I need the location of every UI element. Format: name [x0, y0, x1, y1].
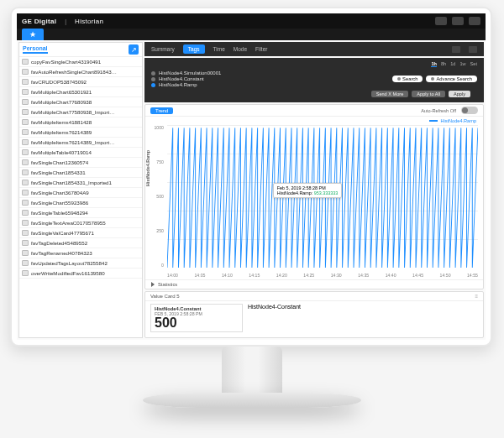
legend-swatch [429, 120, 438, 122]
query-tab-mode[interactable]: Mode [234, 46, 247, 52]
time-range-1w[interactable]: 1w [459, 61, 465, 67]
y-tick: 1000 [154, 125, 164, 130]
favorite-item[interactable]: favTagDeleted45489552 [19, 238, 142, 248]
favorite-item[interactable]: favSingleTable65948294 [19, 208, 142, 218]
value-card: Value Card 5 ≡ HistNode4.Constant FEB 5,… [144, 291, 484, 338]
favorite-item[interactable]: favMultipleItems41881428 [19, 117, 142, 128]
favorite-item-label: favTagRenamed40784323 [31, 250, 92, 256]
time-range-Set[interactable]: Set [470, 61, 477, 67]
favorites-list[interactable]: copyFavSingleChart43190491favAutoRefresh… [19, 57, 142, 337]
favorite-item-label: favUpdatedTagsLayout78255842 [31, 260, 108, 266]
chevron-right-icon [151, 282, 155, 287]
favorite-item-label: favSingleTable65948294 [31, 210, 88, 216]
y-tick: 750 [156, 159, 164, 164]
apply-button[interactable]: Apply [449, 91, 470, 97]
document-icon [22, 159, 29, 165]
x-tick: 14:10 [222, 273, 233, 278]
sub-titlebar [17, 29, 486, 40]
chart-tab-trend[interactable]: Trend [150, 107, 173, 114]
x-tick: 14:30 [331, 273, 342, 278]
time-range-1d[interactable]: 1d [450, 61, 455, 67]
time-range-pills: 1h8h1d1wSet [151, 61, 477, 67]
send-more-button[interactable]: Send X More [371, 91, 409, 97]
document-icon [22, 220, 29, 226]
tag-row[interactable]: HistNode4.Constant [151, 76, 221, 81]
value-card-tile[interactable]: HistNode4.Constant FEB 5, 2019 2:58:28 P… [150, 304, 243, 332]
favorite-item[interactable]: favMultipleItems76214389_Import… [19, 138, 142, 148]
query-tab-summary[interactable]: Summary [151, 46, 175, 52]
favorite-item[interactable]: favSingleValCard47795671 [19, 228, 142, 238]
document-icon [22, 190, 29, 196]
favorite-item-label: favMultipleChart77680938 [31, 99, 92, 105]
settings-icon[interactable] [452, 17, 464, 25]
favorite-item[interactable]: favTagRenamed40784323 [19, 248, 142, 258]
document-icon [22, 240, 29, 246]
tag-row[interactable]: HistNode4.Ramp [151, 82, 221, 87]
x-tick: 14:35 [358, 273, 369, 278]
time-range-1h[interactable]: 1h [431, 61, 437, 67]
monitor-stand-neck [222, 347, 282, 397]
favorite-item[interactable]: favMultipleChart77580938_Import… [19, 107, 142, 117]
grid-icon[interactable] [452, 46, 460, 53]
favorite-item[interactable]: favSingleChart12360574 [19, 158, 142, 168]
tag-row[interactable]: HistNode4.Simulation00001 [151, 70, 221, 76]
favorite-item[interactable]: favSingleChart1854331_Imported1 [19, 178, 142, 188]
card-icon[interactable] [469, 46, 477, 53]
sidebar-tab-personal[interactable]: Personal [23, 45, 48, 54]
search-button[interactable]: Search [392, 76, 423, 82]
time-range-8h[interactable]: 8h [441, 61, 446, 67]
favorites-star-tab[interactable]: ★ [22, 29, 44, 40]
favorite-item[interactable]: favCRUDOP538745092 [19, 77, 142, 87]
favorite-item[interactable]: favUpdatedTagsLayout78255842 [19, 258, 142, 269]
favorite-item[interactable]: favSingleChart1854331 [19, 168, 142, 178]
query-tab-filter[interactable]: Filter [255, 46, 267, 52]
y-tick: 0 [161, 263, 164, 268]
y-tick: 500 [156, 194, 164, 199]
sidebar-expand-button[interactable]: ↗ [129, 44, 139, 55]
document-icon [22, 79, 29, 85]
brand-company: GE Digital [22, 18, 56, 25]
tag-name: HistNode4.Constant [159, 76, 204, 81]
favorite-item[interactable]: favSingleChart55923986 [19, 198, 142, 208]
monitor-frame: GE Digital | Historian ★ Personal ↗ copy… [10, 7, 492, 347]
query-tab-time[interactable]: Time [213, 46, 225, 52]
value-card-menu-icon[interactable]: ≡ [475, 294, 478, 299]
chart-plot-area[interactable]: HistNode4.Ramp 10007505002500 Feb 5, 201… [167, 125, 478, 278]
chart-statistics-toggle[interactable]: Statistics [145, 279, 483, 289]
document-icon [22, 59, 29, 65]
x-tick: 14:50 [440, 273, 451, 278]
favorite-item[interactable]: overWriteModifiedFav16139580 [19, 269, 142, 279]
apply-all-button[interactable]: Apply to All [412, 91, 445, 97]
x-tick: 14:15 [249, 273, 260, 278]
chart-legend: HistNode4.Ramp [145, 118, 476, 123]
advanced-search-button[interactable]: Advance Search [426, 76, 477, 82]
favorite-item[interactable]: favMultipleTable40719014 [19, 148, 142, 158]
auto-refresh-toggle[interactable] [461, 107, 478, 114]
favorite-item-label: favMultipleItems41881428 [31, 119, 92, 125]
query-tab-tags[interactable]: Tags [183, 44, 205, 54]
favorite-item-label: favCRUDOP538745092 [31, 79, 87, 85]
favorite-item-label: favMultipleChart65301921 [31, 89, 92, 95]
favorites-sidebar: Personal ↗ copyFavSingleChart43190491fav… [18, 42, 143, 338]
favorite-item-label: favMultipleItems76214389_Import… [31, 139, 114, 145]
document-icon [22, 180, 29, 185]
favorite-item[interactable]: favMultipleChart77680938 [19, 97, 142, 107]
favorite-item[interactable]: favSingleTextAreaC0170578955 [19, 218, 142, 228]
document-icon [22, 99, 29, 105]
favorite-item[interactable]: favAutoRefreshSingleChart891843… [19, 67, 142, 77]
favorite-item[interactable]: favMultipleItems76214389 [19, 128, 142, 138]
favorite-item-label: favSingleChart1854331 [31, 169, 86, 175]
user-icon[interactable] [435, 17, 447, 25]
menu-icon[interactable] [469, 17, 480, 25]
favorite-item-label: overWriteModifiedFav16139580 [31, 270, 105, 276]
y-tick: 250 [156, 228, 164, 233]
x-tick: 14:25 [303, 273, 314, 278]
favorite-item[interactable]: favSingleChart367804A9 [19, 188, 142, 198]
x-tick: 14:20 [276, 273, 287, 278]
favorite-item[interactable]: favMultipleChart65301921 [19, 87, 142, 97]
tag-bullet-icon [151, 71, 155, 76]
chart-tooltip: Feb 5, 2019 2:58:28 PM HistNode4.Ramp: 9… [273, 183, 343, 198]
favorite-item[interactable]: copyFavSingleChart43190491 [19, 57, 142, 67]
x-tick: 14:00 [167, 273, 178, 278]
x-tick: 14:45 [412, 273, 423, 278]
